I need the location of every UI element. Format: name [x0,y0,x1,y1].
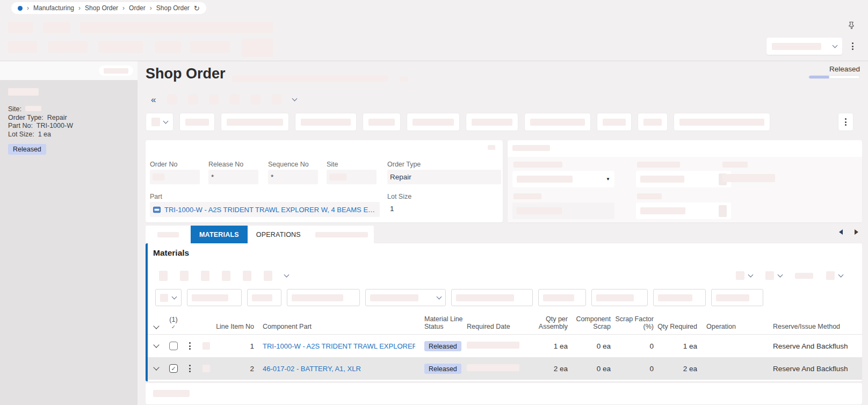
order-no-field[interactable] [150,170,200,184]
command-button[interactable] [638,113,668,131]
materials-filter-row [155,289,763,306]
breadcrumb-item-order[interactable]: Order [129,4,146,12]
col-header-required-date[interactable]: Required Date [467,323,529,330]
command-button[interactable] [363,113,401,131]
scroll-tabs-left-icon[interactable] [839,229,843,235]
command-button[interactable] [179,113,215,131]
pin-icon[interactable] [848,21,855,31]
row-more-button[interactable] [189,365,191,372]
breadcrumb-item-shop-order-page[interactable]: Shop Order [156,4,190,12]
expand-row-icon[interactable] [153,364,159,370]
app-home-icon[interactable] [18,6,23,11]
command-button[interactable] [466,113,518,131]
col-header-operation[interactable]: Operation [697,323,751,330]
order-type-field[interactable]: Repair [387,170,501,184]
toolbar-icon-redacted[interactable] [159,271,168,281]
tab-materials[interactable]: MATERIALS [191,226,248,243]
dropdown-field[interactable]: ▼ [512,171,614,187]
filter-field[interactable] [155,289,182,306]
input-field[interactable] [636,171,731,187]
toolbar-icon-redacted[interactable] [765,271,774,280]
col-header-qty-required[interactable]: Qty Required [654,323,697,330]
sequence-no-field[interactable]: * [268,170,318,184]
table-row[interactable]: 1 TRI-1000-W - A2S TRIDENT TRAWL EXPLORE… [148,335,862,357]
sidebar-top-strip [0,61,138,80]
redacted-placeholder [272,95,281,104]
filter-field[interactable] [653,289,706,306]
col-header-component-scrap[interactable]: Component Scrap [568,315,611,330]
filter-field[interactable] [247,289,281,306]
scroll-tabs-right-icon[interactable] [855,229,858,235]
command-button[interactable] [221,113,289,131]
col-header-component-part[interactable]: Component Part [254,323,415,330]
breadcrumb-item-shop-order[interactable]: Shop Order [85,4,118,12]
chevron-down-icon[interactable] [778,272,783,278]
header-dropdown[interactable] [766,38,842,55]
more-options-button[interactable] [852,42,853,50]
toolbar-control-redacted[interactable] [795,273,813,279]
table-row-selected[interactable]: ✓ 2 46-017-02 - BATTERY, A1, XLR Release… [148,357,862,380]
toolbar-icon-redacted[interactable] [180,271,189,281]
collapse-panel-icon[interactable]: « [151,95,156,104]
chevron-down-icon[interactable] [292,96,298,102]
command-button[interactable] [146,113,173,131]
command-button[interactable] [407,113,460,131]
materials-table-header: (1)✓ Line Item No Component Part Materia… [148,313,862,335]
command-button[interactable] [524,113,591,131]
refresh-icon[interactable]: ↻ [194,4,200,12]
row-more-button[interactable] [189,342,191,350]
filter-field[interactable] [591,289,648,306]
toolbar-icon-redacted[interactable] [201,271,209,281]
selection-column-header[interactable]: (1)✓ [169,316,177,330]
field-action-icon[interactable] [719,205,727,217]
command-button[interactable] [597,113,632,131]
col-header-material-line-status[interactable]: Material Line Status [415,315,467,330]
command-button[interactable] [674,113,770,131]
sidebar-pill-button[interactable] [99,66,133,76]
col-header-qty-per-assembly[interactable]: Qty per Assembly [529,315,568,330]
toolbar-icon-redacted[interactable] [264,271,272,281]
row-checkbox-checked[interactable]: ✓ [169,364,178,373]
toolbar-icon-redacted[interactable] [222,271,230,281]
redacted-placeholder [151,118,160,126]
redacted-placeholder [413,119,454,126]
filter-field[interactable] [287,289,360,306]
required-date-redacted [467,342,519,349]
chevron-down-icon[interactable] [748,272,754,278]
input-field[interactable] [636,202,731,219]
toolbar-icon-redacted[interactable] [243,271,251,281]
redacted-placeholder [301,119,351,126]
field-label-order-type: Order Type [387,161,421,168]
field-label-site: Site [327,161,338,168]
chevron-right-icon [122,4,125,12]
filter-field[interactable] [538,289,586,306]
col-header-scrap-factor[interactable]: Scrap Factor (%) [611,315,654,330]
tab-operations[interactable]: OPERATIONS [248,226,309,243]
site-field[interactable] [327,170,377,184]
expand-row-icon[interactable] [153,342,159,348]
toolbar-icon-redacted[interactable] [736,271,744,280]
command-button[interactable] [295,113,357,131]
tab-redacted[interactable] [146,226,191,243]
breadcrumb-item-manufacturing[interactable]: Manufacturing [33,4,74,12]
tab-redacted[interactable] [309,226,374,243]
redacted-placeholder [227,119,283,126]
redacted-placeholder [251,95,261,104]
toolbar-icon-redacted[interactable] [826,271,835,280]
chevron-down-icon[interactable] [284,272,290,278]
filter-field[interactable] [365,289,446,306]
col-header-line-item-no[interactable]: Line Item No [215,323,254,330]
release-no-field[interactable]: * [208,170,258,184]
col-header-reserve-issue-method[interactable]: Reserve/Issue Method [751,323,862,330]
component-part-link[interactable]: 46-017-02 - BATTERY, A1, XLR [263,365,361,373]
filter-field[interactable] [451,289,533,306]
row-checkbox[interactable] [169,342,178,350]
expand-all-icon[interactable] [153,323,159,329]
filter-field[interactable] [711,289,763,306]
command-more-button[interactable] [838,113,853,131]
part-link[interactable]: TRI-1000-W - A2S TRIDENT TRAWL EXPLORER … [164,206,377,214]
component-part-link[interactable]: TRI-1000-W - A2S TRIDENT TRAWL EXPLORER … [263,342,415,350]
materials-toolbar-right [736,270,856,281]
chevron-down-icon[interactable] [838,272,844,278]
filter-field[interactable] [187,289,242,306]
